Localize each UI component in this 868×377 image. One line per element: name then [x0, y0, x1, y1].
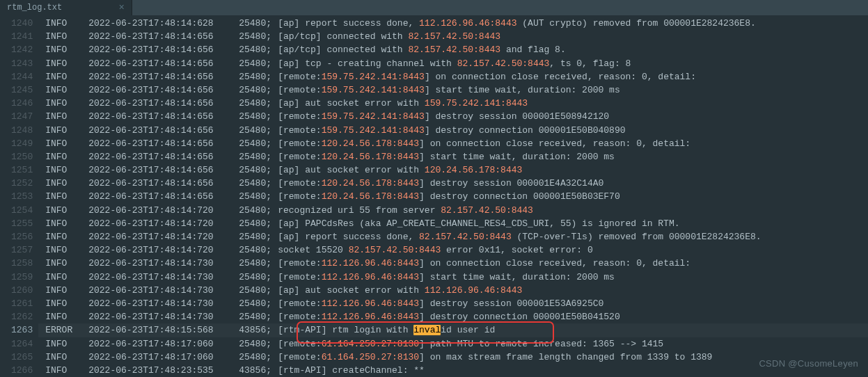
log-pid: 25480;	[239, 70, 278, 83]
log-line: ERROR2022-06-23T17:48:15:56843856;[rtm-A…	[38, 323, 868, 337]
log-timestamp: 2022-06-23T17:48:14:656	[88, 70, 239, 83]
close-icon[interactable]: ×	[119, 3, 125, 13]
log-pid: 25480;	[239, 137, 278, 150]
line-number: 1260	[11, 284, 33, 297]
log-pid: 25480;	[239, 150, 278, 163]
log-pid: 25480;	[239, 177, 278, 190]
log-timestamp: 2022-06-23T17:48:14:656	[88, 137, 239, 150]
log-timestamp: 2022-06-23T17:48:14:730	[88, 297, 239, 310]
log-timestamp: 2022-06-23T17:48:14:656	[88, 43, 239, 56]
log-level: INFO	[38, 351, 88, 364]
ip-address: 120.24.56.178:8443	[425, 165, 522, 175]
log-level: INFO	[38, 217, 88, 230]
log-message: [ap] report success done, 112.126.96.46:…	[278, 17, 868, 30]
log-level: INFO	[38, 310, 88, 323]
log-message: [remote:61.164.250.27:8130] path MTU to …	[278, 337, 868, 351]
log-message: [ap/tcp] connected with 82.157.42.50:844…	[278, 30, 868, 43]
log-level: INFO	[38, 243, 88, 257]
log-timestamp: 2022-06-23T17:48:14:720	[88, 243, 239, 257]
log-line: INFO2022-06-23T17:48:14:73025480;[remote…	[38, 271, 868, 284]
line-number: 1259	[11, 271, 33, 284]
log-pid: 25480;	[239, 337, 278, 351]
code-area[interactable]: INFO2022-06-23T17:48:14:62825480;[ap] re…	[38, 15, 868, 377]
search-highlight: inval	[413, 325, 441, 335]
line-number: 1264	[11, 337, 33, 351]
ip-address: 112.126.96.46:8443	[425, 285, 522, 296]
log-line: INFO2022-06-23T17:48:14:72025480;recogni…	[38, 204, 868, 217]
log-level: INFO	[38, 70, 88, 83]
log-timestamp: 2022-06-23T17:48:14:730	[88, 257, 239, 270]
log-message: [ap] aut socket error with 112.126.96.46…	[278, 284, 868, 297]
log-pid: 25480;	[239, 310, 278, 323]
log-pid: 25480;	[239, 43, 278, 56]
log-pid: 43856;	[239, 323, 278, 337]
log-timestamp: 2022-06-23T17:48:14:656	[88, 97, 239, 110]
log-line: INFO2022-06-23T17:48:14:65625480;[remote…	[38, 190, 868, 203]
log-line: INFO2022-06-23T17:48:14:73025480;[remote…	[38, 257, 868, 270]
log-message: [ap] report success done, 82.157.42.50:8…	[278, 230, 868, 243]
log-level: INFO	[38, 284, 88, 297]
log-line: INFO2022-06-23T17:48:14:73025480;[remote…	[38, 310, 868, 323]
log-line: INFO2022-06-23T17:48:14:65625480;[remote…	[38, 70, 868, 83]
line-number: 1247	[11, 110, 33, 123]
log-pid: 25480;	[239, 217, 278, 230]
log-line: INFO2022-06-23T17:48:14:65625480;[remote…	[38, 83, 868, 97]
log-pid: 25480;	[239, 110, 278, 123]
line-number: 1251	[11, 163, 33, 177]
log-pid: 25480;	[239, 351, 278, 364]
log-pid: 25480;	[239, 57, 278, 70]
log-timestamp: 2022-06-23T17:48:14:656	[88, 57, 239, 70]
log-line: INFO2022-06-23T17:48:14:65625480;[ap/tcp…	[38, 30, 868, 43]
log-line: INFO2022-06-23T17:48:23:53543856;[rtm-AP…	[38, 364, 868, 377]
log-message: [remote:159.75.242.141:8443] destroy ses…	[278, 110, 868, 123]
log-timestamp: 2022-06-23T17:48:15:568	[88, 323, 239, 337]
log-timestamp: 2022-06-23T17:48:14:730	[88, 271, 239, 284]
ip-address: 159.75.242.141:8443	[425, 98, 528, 109]
log-message: [ap] aut socket error with 159.75.242.14…	[278, 97, 868, 110]
log-message: [ap/tcp] connected with 82.157.42.50:844…	[278, 43, 868, 56]
log-line: INFO2022-06-23T17:48:14:65625480;[ap] au…	[38, 97, 868, 110]
log-timestamp: 2022-06-23T17:48:14:656	[88, 83, 239, 97]
line-number: 1261	[11, 297, 33, 310]
log-level: INFO	[38, 124, 88, 137]
log-pid: 25480;	[239, 204, 278, 217]
line-number-gutter: 1240124112421243124412451246124712481249…	[0, 15, 38, 377]
tab-title: rtm_log.txt	[7, 3, 111, 13]
watermark: CSDN @CusomeLeyen	[759, 358, 858, 369]
ip-address: 61.164.250.27:8130	[322, 339, 419, 349]
log-level: INFO	[38, 137, 88, 150]
log-pid: 25480;	[239, 257, 278, 270]
line-number: 1255	[11, 217, 33, 230]
log-pid: 25480;	[239, 230, 278, 243]
line-number: 1250	[11, 150, 33, 163]
ip-address: 82.157.42.50:8443	[441, 205, 533, 216]
log-line: INFO2022-06-23T17:48:14:65625480;[remote…	[38, 177, 868, 190]
line-number: 1253	[11, 190, 33, 203]
log-level: INFO	[38, 297, 88, 310]
log-line: INFO2022-06-23T17:48:14:65625480;[ap] au…	[38, 163, 868, 177]
tab-rtm-log[interactable]: rtm_log.txt ×	[0, 0, 132, 15]
log-message: [remote:112.126.96.46:8443] destroy sess…	[278, 297, 868, 310]
log-timestamp: 2022-06-23T17:48:14:656	[88, 30, 239, 43]
editor: 1240124112421243124412451246124712481249…	[0, 15, 868, 377]
line-number: 1240	[11, 17, 33, 30]
log-message: socket 15520 82.157.42.50:8443 error 0x1…	[278, 243, 868, 257]
log-message: [remote:120.24.56.178:8443] start time w…	[278, 150, 868, 163]
log-message: [remote:112.126.96.46:8443] on connectio…	[278, 257, 868, 270]
log-message: [remote:120.24.56.178:8443] on connectio…	[278, 137, 868, 150]
log-timestamp: 2022-06-23T17:48:14:656	[88, 124, 239, 137]
ip-address: 112.126.96.46:8443	[419, 18, 516, 29]
log-level: INFO	[38, 57, 88, 70]
log-message: [ap] tcp - creating channel with 82.157.…	[278, 57, 868, 70]
log-message: [remote:112.126.96.46:8443] destroy conn…	[278, 310, 868, 323]
log-message: [ap] PAPCdsRes (aka AP_CREATE_CHANNEL_RE…	[278, 217, 868, 230]
log-timestamp: 2022-06-23T17:48:14:720	[88, 204, 239, 217]
log-line: INFO2022-06-23T17:48:14:65625480;[remote…	[38, 110, 868, 123]
log-timestamp: 2022-06-23T17:48:17:060	[88, 337, 239, 351]
log-pid: 25480;	[239, 163, 278, 177]
log-timestamp: 2022-06-23T17:48:14:720	[88, 217, 239, 230]
log-pid: 25480;	[239, 284, 278, 297]
log-level: INFO	[38, 190, 88, 203]
log-level: INFO	[38, 97, 88, 110]
ip-address: 112.126.96.46:8443	[322, 298, 419, 309]
